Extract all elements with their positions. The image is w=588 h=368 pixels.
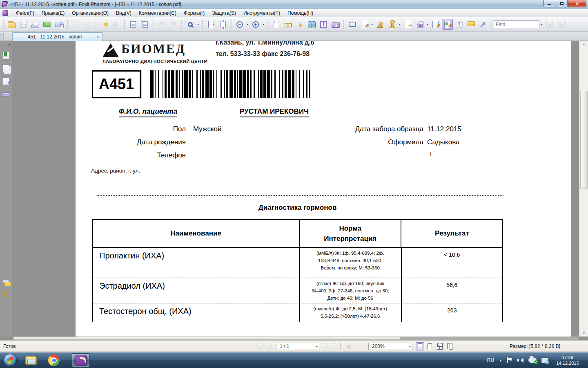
menu-protect[interactable]: Защита(S) (208, 9, 240, 17)
next-view-button[interactable] (111, 19, 122, 30)
signatures-panel-button[interactable] (1, 76, 11, 86)
bookmarks-panel-button[interactable] (1, 51, 11, 61)
minimize-button[interactable] (543, 0, 555, 7)
language-indicator[interactable]: RU (487, 357, 494, 363)
stamp-caret[interactable]: ▼ (398, 23, 402, 26)
volume-icon[interactable] (517, 357, 523, 363)
zoom-tool-button[interactable] (185, 19, 196, 30)
stamp-button[interactable] (386, 19, 397, 30)
undo-button[interactable]: ↶ (156, 19, 167, 30)
menu-edit[interactable]: Правка(E) (38, 9, 69, 17)
link-rectangle-button[interactable] (347, 19, 358, 30)
sidebar-expand-icon[interactable]: » (8, 42, 11, 47)
page-caret-icon[interactable]: ▼ (315, 345, 319, 348)
export-data-button[interactable] (139, 19, 150, 30)
menu-tools[interactable]: Инструменты(T) (240, 9, 284, 17)
previous-page-button[interactable]: ▲ (265, 343, 272, 350)
save-button[interactable] (18, 19, 29, 30)
edit-document-button[interactable] (430, 19, 441, 30)
select-annotation-button[interactable]: ▲ (294, 19, 305, 30)
select-text-button[interactable]: T (318, 19, 329, 30)
note-comment-button[interactable] (466, 19, 477, 30)
toolbar-grip[interactable] (230, 20, 232, 29)
open-button[interactable] (6, 19, 17, 30)
taskbar-chrome-button[interactable] (45, 353, 63, 367)
read-mode-button[interactable] (283, 19, 294, 30)
toolbar-grip[interactable] (202, 20, 203, 29)
menu-help[interactable]: Помощь(H) (284, 9, 317, 17)
taskbar-explorer-button[interactable] (22, 353, 40, 367)
toolbar-grip[interactable] (181, 20, 183, 29)
vertical-scrollbar-thumb[interactable] (580, 91, 588, 189)
find-next-button[interactable]: ▶ (556, 19, 567, 30)
zoom-out-button[interactable]: − (234, 19, 245, 30)
menu-view[interactable]: Вид(V) (112, 9, 135, 17)
toolbar-grip[interactable] (343, 20, 345, 29)
toolbar-grip[interactable] (490, 20, 492, 29)
fit-page-button[interactable] (217, 19, 228, 30)
toolbar-grip[interactable] (124, 20, 125, 29)
protect-caret[interactable]: ▼ (425, 23, 430, 26)
comments-panel-button[interactable] (1, 277, 11, 287)
tab-close-icon[interactable]: × (95, 34, 101, 39)
layers-panel-button[interactable] (1, 89, 11, 99)
network-icon[interactable] (541, 358, 548, 363)
restore-button[interactable] (556, 0, 568, 7)
continuous-facing-view-button[interactable] (445, 342, 454, 350)
zoom-tool-caret[interactable]: ▼ (196, 23, 200, 26)
continuous-view-button[interactable] (425, 342, 434, 350)
email-button[interactable] (42, 19, 53, 30)
snapshot-button[interactable] (330, 19, 341, 30)
start-button[interactable] (4, 354, 17, 367)
scroll-up-icon[interactable]: ▲ (579, 41, 588, 48)
vertical-scrollbar[interactable]: ▲ ▼ (579, 41, 588, 337)
tabstrip-button[interactable] (0, 33, 4, 41)
toolbar-grip[interactable] (267, 20, 269, 29)
attachments-panel-button[interactable] (1, 289, 11, 299)
menu-forms[interactable]: Формы(r) (180, 9, 208, 17)
action-center-flag-icon[interactable] (507, 357, 512, 363)
page-number-box[interactable]: 1 / 1 ▼ (276, 343, 319, 350)
close-button[interactable]: × (568, 0, 586, 7)
toolbar-grip[interactable] (95, 20, 97, 29)
import-data-button[interactable] (127, 19, 138, 30)
protect-button[interactable] (414, 19, 425, 30)
menu-comments[interactable]: Комментарии(C) (135, 9, 180, 17)
signature-button[interactable] (402, 19, 413, 30)
scroll-down-icon[interactable]: ▼ (579, 330, 588, 337)
last-page-button[interactable]: ▼ (331, 343, 337, 350)
fit-width-button[interactable] (205, 19, 216, 30)
text-field-button[interactable]: T (454, 19, 465, 30)
form-tools-button[interactable] (359, 19, 370, 30)
find-caret[interactable]: ▼ (539, 23, 543, 26)
share-button[interactable]: ↗ (477, 19, 488, 30)
facing-view-button[interactable] (435, 342, 444, 350)
document-tab[interactable]: -451 - 11.12.2015 - копия × (12, 32, 103, 41)
search-button[interactable] (306, 19, 317, 30)
page-up-button[interactable]: ▲ (70, 19, 81, 30)
previous-view-button[interactable] (99, 19, 110, 30)
find-input[interactable] (494, 20, 539, 28)
next-page-button[interactable]: ▼ (322, 343, 328, 350)
zoom-out-caret[interactable]: ▼ (245, 23, 249, 26)
next-view-status-button[interactable] (354, 344, 360, 348)
single-page-view-button[interactable] (416, 342, 424, 350)
find-previous-button[interactable]: ◀ (544, 19, 555, 30)
toolbar-grip[interactable] (2, 20, 4, 29)
scan-convert-button[interactable] (53, 19, 65, 30)
toolbar-grip[interactable] (67, 20, 68, 29)
taskbar-foxit-button[interactable] (72, 353, 90, 367)
sign-person-button[interactable] (374, 19, 385, 30)
horizontal-scrollbar[interactable] (13, 337, 579, 340)
zoom-in-caret[interactable]: ▼ (261, 23, 265, 26)
page-down-button[interactable]: ▼ (82, 19, 93, 30)
redo-button[interactable]: ↷ (168, 19, 179, 30)
tray-expand-icon[interactable]: ▲ (499, 359, 502, 362)
menu-organize[interactable]: Организация(O) (68, 9, 112, 17)
cloud-sync-icon[interactable] (528, 358, 537, 363)
form-designer-button[interactable] (442, 19, 453, 30)
zoom-caret-icon[interactable]: ▼ (408, 345, 412, 348)
menu-file[interactable]: Файл(F) (12, 9, 38, 17)
zoom-level-box[interactable]: 200% ▼ (368, 343, 412, 350)
toolbar-grip[interactable] (152, 20, 154, 29)
